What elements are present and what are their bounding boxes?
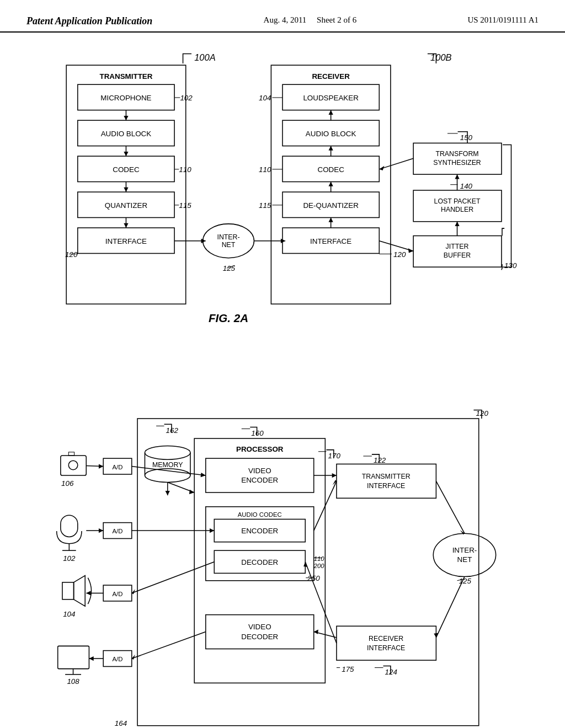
main-content: 100A 100B TRANSMITTER MICROPHONE 102 AUD… bbox=[0, 33, 565, 728]
svg-line-71 bbox=[436, 481, 465, 534]
diagram-area: 100A 100B TRANSMITTER MICROPHONE 102 AUD… bbox=[26, 44, 539, 728]
ref-110-left: 110 bbox=[179, 165, 191, 174]
ref-250: 250 bbox=[307, 574, 320, 582]
ref-140: 140 bbox=[460, 182, 473, 190]
date-sheet: Aug. 4, 2011 Sheet 2 of 6 bbox=[264, 15, 357, 25]
encoder-label: ENCODER bbox=[241, 527, 278, 535]
svg-point-84 bbox=[68, 461, 77, 470]
receiver-label: RECEIVER bbox=[312, 72, 350, 81]
internet-label: INTER- bbox=[217, 233, 239, 241]
svg-text:NET: NET bbox=[457, 555, 472, 564]
svg-marker-19 bbox=[281, 239, 285, 243]
fig2a-diagram: 100A 100B TRANSMITTER MICROPHONE 102 AUD… bbox=[26, 44, 539, 396]
interface-left-label: INTERFACE bbox=[105, 237, 147, 245]
svg-marker-6 bbox=[124, 152, 128, 156]
svg-rect-85 bbox=[68, 452, 74, 456]
quantizer-label: QUANTIZER bbox=[105, 201, 148, 210]
svg-rect-89 bbox=[62, 582, 74, 599]
svg-rect-67 bbox=[337, 627, 436, 661]
svg-marker-9 bbox=[124, 188, 128, 192]
svg-marker-98 bbox=[201, 473, 206, 477]
svg-rect-63 bbox=[206, 615, 314, 649]
svg-marker-12 bbox=[124, 223, 128, 228]
ref-108: 108 bbox=[67, 678, 79, 686]
audio-block-right-label: AUDIO BLOCK bbox=[306, 130, 356, 138]
ref-122: 122 bbox=[374, 457, 386, 465]
video-decoder-label: VIDEO bbox=[248, 623, 271, 631]
transmitter-label: TRANSMITTER bbox=[99, 72, 152, 81]
sheet-info: Sheet 2 of 6 bbox=[317, 15, 356, 24]
svg-marker-74 bbox=[434, 633, 438, 638]
codec-right-label: CODEC bbox=[317, 165, 344, 174]
interface-right-label: INTERFACE bbox=[310, 237, 351, 245]
ad2-label: A/D bbox=[113, 528, 123, 534]
codec-left-label: CODEC bbox=[113, 165, 140, 174]
svg-marker-76 bbox=[332, 473, 337, 478]
internet-2b-label: INTER- bbox=[452, 547, 477, 555]
ref-164: 164 bbox=[115, 719, 127, 727]
ref-115-left: 115 bbox=[179, 201, 191, 210]
receiver-interface-label: RECEIVER bbox=[369, 635, 403, 643]
fig2b-diagram: 120 162 MEMORY 160 PROCESSOR bbox=[26, 402, 539, 728]
decoder-label: DECODER bbox=[241, 558, 278, 566]
svg-marker-82 bbox=[314, 630, 318, 634]
processor-label: PROCESSOR bbox=[236, 445, 284, 453]
dequantizer-label: DE-QUANTIZER bbox=[303, 201, 359, 210]
svg-rect-86 bbox=[61, 516, 78, 537]
ref-150: 150 bbox=[460, 133, 473, 142]
jitter-buffer-label: JITTER bbox=[446, 243, 469, 250]
ref-104-2b: 104 bbox=[63, 610, 75, 618]
ref-162: 162 bbox=[166, 426, 179, 435]
ref-124: 124 bbox=[385, 668, 397, 676]
svg-marker-41 bbox=[455, 174, 459, 179]
transform-synth-label: TRANSFORM bbox=[435, 150, 478, 158]
ad4-label: A/D bbox=[113, 656, 123, 662]
audio-codec-label: AUDIO CODEC bbox=[238, 512, 282, 518]
svg-line-36 bbox=[379, 158, 413, 169]
svg-text:DECODER: DECODER bbox=[241, 633, 278, 641]
svg-text:HANDLER: HANDLER bbox=[441, 206, 473, 213]
ref-106: 106 bbox=[61, 479, 74, 488]
ref-160: 160 bbox=[251, 429, 264, 437]
svg-point-49 bbox=[145, 446, 190, 460]
svg-rect-48 bbox=[137, 419, 479, 726]
ref-200: 200 bbox=[313, 563, 325, 569]
ref-100A: 100A bbox=[194, 52, 216, 62]
svg-marker-101 bbox=[99, 528, 103, 533]
svg-marker-29 bbox=[329, 182, 333, 186]
svg-marker-78 bbox=[303, 562, 307, 567]
svg-marker-3 bbox=[124, 116, 128, 120]
svg-rect-91 bbox=[58, 646, 89, 669]
svg-text:INTERFACE: INTERFACE bbox=[367, 644, 405, 652]
transmitter-interface-label: TRANSMITTER bbox=[362, 473, 411, 481]
svg-line-77 bbox=[305, 562, 337, 643]
patent-number: US 2011/0191111 A1 bbox=[467, 15, 539, 25]
microphone-label: MICROPHONE bbox=[100, 94, 151, 102]
ref-175: 175 bbox=[342, 665, 354, 673]
svg-marker-96 bbox=[99, 464, 103, 469]
svg-marker-90 bbox=[74, 576, 86, 607]
svg-text:BUFFER: BUFFER bbox=[444, 251, 471, 259]
page-header: Patent Application Publication Aug. 4, 2… bbox=[0, 0, 565, 33]
publication-date: Aug. 4, 2011 bbox=[264, 15, 307, 24]
ref-120-left: 120 bbox=[65, 250, 78, 259]
memory-label: MEMORY bbox=[152, 461, 183, 469]
ref-170: 170 bbox=[328, 452, 340, 460]
ref-110-200: 110 bbox=[314, 555, 325, 562]
fig2a-label: FIG. 2A bbox=[209, 312, 248, 324]
audio-block-left-label: AUDIO BLOCK bbox=[101, 130, 152, 138]
svg-line-46 bbox=[379, 241, 413, 251]
video-encoder-label: VIDEO bbox=[248, 467, 271, 475]
svg-text:NET: NET bbox=[222, 241, 236, 249]
svg-marker-32 bbox=[329, 218, 333, 222]
publication-label: Patent Application Publication bbox=[26, 15, 152, 27]
svg-rect-56 bbox=[206, 458, 314, 493]
svg-marker-45 bbox=[455, 222, 459, 226]
ref-115-right: 115 bbox=[259, 201, 271, 210]
svg-marker-54 bbox=[166, 491, 170, 495]
svg-marker-111 bbox=[89, 656, 93, 661]
svg-marker-103 bbox=[210, 528, 214, 533]
ref-102: 102 bbox=[180, 94, 193, 102]
lost-packet-label: LOST PACKET bbox=[434, 197, 481, 205]
svg-rect-83 bbox=[61, 456, 86, 475]
